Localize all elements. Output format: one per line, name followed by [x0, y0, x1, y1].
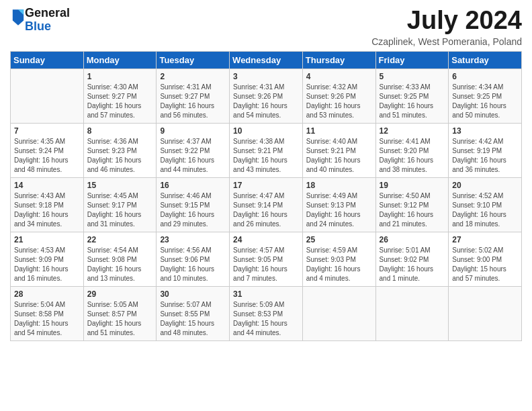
calendar-header-row: SundayMondayTuesdayWednesdayThursdayFrid… — [11, 51, 522, 68]
day-number: 29 — [87, 289, 153, 299]
day-number: 2 — [160, 72, 226, 81]
page-header: General Blue July 2024 Czaplinek, West P… — [10, 7, 522, 47]
cell-content: Sunrise: 4:47 AM Sunset: 9:14 PM Dayligh… — [233, 191, 299, 229]
cell-content: Sunrise: 4:35 AM Sunset: 9:24 PM Dayligh… — [14, 137, 80, 175]
day-number: 30 — [160, 289, 226, 299]
day-number: 14 — [14, 181, 80, 190]
day-number: 24 — [233, 235, 299, 244]
cell-content: Sunrise: 4:53 AM Sunset: 9:09 PM Dayligh… — [14, 246, 80, 283]
cell-content: Sunrise: 4:33 AM Sunset: 9:25 PM Dayligh… — [380, 83, 445, 120]
day-number: 26 — [380, 235, 445, 244]
calendar-cell: 4Sunrise: 4:32 AM Sunset: 9:26 PM Daylig… — [302, 68, 375, 123]
cell-content: Sunrise: 4:50 AM Sunset: 9:12 PM Dayligh… — [380, 191, 445, 229]
calendar-cell: 20Sunrise: 4:52 AM Sunset: 9:10 PM Dayli… — [449, 177, 522, 232]
calendar-cell: 10Sunrise: 4:38 AM Sunset: 9:21 PM Dayli… — [230, 123, 303, 177]
day-number: 11 — [306, 126, 372, 136]
cell-content: Sunrise: 4:34 AM Sunset: 9:25 PM Dayligh… — [452, 83, 518, 120]
cell-content: Sunrise: 4:43 AM Sunset: 9:18 PM Dayligh… — [14, 191, 80, 229]
calendar-cell: 31Sunrise: 5:09 AM Sunset: 8:53 PM Dayli… — [230, 286, 303, 340]
cell-content: Sunrise: 5:09 AM Sunset: 8:53 PM Dayligh… — [233, 300, 299, 338]
calendar-week-row: 14Sunrise: 4:43 AM Sunset: 9:18 PM Dayli… — [11, 177, 522, 232]
day-number: 16 — [160, 181, 226, 190]
cell-content: Sunrise: 4:40 AM Sunset: 9:21 PM Dayligh… — [306, 137, 372, 175]
calendar-cell — [375, 286, 449, 340]
day-number: 1 — [87, 72, 153, 81]
day-number: 3 — [233, 72, 299, 81]
cell-content: Sunrise: 4:31 AM Sunset: 9:26 PM Dayligh… — [233, 83, 299, 120]
calendar-table: SundayMondayTuesdayWednesdayThursdayFrid… — [10, 51, 522, 341]
calendar-cell: 6Sunrise: 4:34 AM Sunset: 9:25 PM Daylig… — [449, 68, 522, 123]
day-header-wednesday: Wednesday — [230, 51, 303, 68]
cell-content: Sunrise: 4:30 AM Sunset: 9:27 PM Dayligh… — [87, 83, 153, 120]
location-title: Czaplinek, West Pomerania, Poland — [371, 36, 522, 47]
day-number: 6 — [452, 72, 518, 81]
logo-icon — [11, 8, 25, 27]
logo-text: General Blue — [25, 7, 70, 34]
calendar-cell: 8Sunrise: 4:36 AM Sunset: 9:23 PM Daylig… — [83, 123, 157, 177]
calendar-cell: 5Sunrise: 4:33 AM Sunset: 9:25 PM Daylig… — [375, 68, 449, 123]
month-title: July 2024 — [371, 7, 522, 35]
calendar-cell: 16Sunrise: 4:46 AM Sunset: 9:15 PM Dayli… — [157, 177, 230, 232]
day-number: 12 — [380, 126, 445, 136]
calendar-cell: 26Sunrise: 5:01 AM Sunset: 9:02 PM Dayli… — [375, 232, 449, 286]
day-number: 22 — [87, 235, 153, 244]
calendar-cell — [11, 68, 84, 123]
calendar-cell — [449, 286, 522, 340]
day-header-sunday: Sunday — [11, 51, 84, 68]
calendar-cell: 2Sunrise: 4:31 AM Sunset: 9:27 PM Daylig… — [157, 68, 230, 123]
cell-content: Sunrise: 5:05 AM Sunset: 8:57 PM Dayligh… — [87, 300, 153, 338]
calendar-cell: 3Sunrise: 4:31 AM Sunset: 9:26 PM Daylig… — [230, 68, 303, 123]
calendar-cell: 19Sunrise: 4:50 AM Sunset: 9:12 PM Dayli… — [375, 177, 449, 232]
cell-content: Sunrise: 4:57 AM Sunset: 9:05 PM Dayligh… — [233, 246, 299, 283]
title-area: July 2024 Czaplinek, West Pomerania, Pol… — [371, 7, 522, 47]
calendar-cell: 17Sunrise: 4:47 AM Sunset: 9:14 PM Dayli… — [230, 177, 303, 232]
calendar-cell: 1Sunrise: 4:30 AM Sunset: 9:27 PM Daylig… — [83, 68, 157, 123]
day-number: 9 — [160, 126, 226, 136]
calendar-week-row: 1Sunrise: 4:30 AM Sunset: 9:27 PM Daylig… — [11, 68, 522, 123]
cell-content: Sunrise: 4:52 AM Sunset: 9:10 PM Dayligh… — [452, 191, 518, 229]
calendar-cell: 9Sunrise: 4:37 AM Sunset: 9:22 PM Daylig… — [157, 123, 230, 177]
calendar-cell: 28Sunrise: 5:04 AM Sunset: 8:58 PM Dayli… — [11, 286, 84, 340]
cell-content: Sunrise: 4:36 AM Sunset: 9:23 PM Dayligh… — [87, 137, 153, 175]
cell-content: Sunrise: 4:37 AM Sunset: 9:22 PM Dayligh… — [160, 137, 226, 175]
logo: General Blue — [10, 7, 70, 34]
day-header-saturday: Saturday — [449, 51, 522, 68]
cell-content: Sunrise: 4:38 AM Sunset: 9:21 PM Dayligh… — [233, 137, 299, 175]
cell-content: Sunrise: 4:46 AM Sunset: 9:15 PM Dayligh… — [160, 191, 226, 229]
cell-content: Sunrise: 4:56 AM Sunset: 9:06 PM Dayligh… — [160, 246, 226, 283]
calendar-cell: 29Sunrise: 5:05 AM Sunset: 8:57 PM Dayli… — [83, 286, 157, 340]
cell-content: Sunrise: 4:42 AM Sunset: 9:19 PM Dayligh… — [452, 137, 518, 175]
calendar-cell: 21Sunrise: 4:53 AM Sunset: 9:09 PM Dayli… — [11, 232, 84, 286]
calendar-body: 1Sunrise: 4:30 AM Sunset: 9:27 PM Daylig… — [11, 68, 522, 340]
day-number: 27 — [452, 235, 518, 244]
day-header-tuesday: Tuesday — [157, 51, 230, 68]
calendar-cell: 25Sunrise: 4:59 AM Sunset: 9:03 PM Dayli… — [302, 232, 375, 286]
day-header-friday: Friday — [375, 51, 449, 68]
cell-content: Sunrise: 4:49 AM Sunset: 9:13 PM Dayligh… — [306, 191, 372, 229]
logo-general: General — [25, 6, 70, 19]
calendar-cell — [302, 286, 375, 340]
cell-content: Sunrise: 5:01 AM Sunset: 9:02 PM Dayligh… — [380, 246, 445, 283]
cell-content: Sunrise: 4:32 AM Sunset: 9:26 PM Dayligh… — [306, 83, 372, 120]
calendar-cell: 27Sunrise: 5:02 AM Sunset: 9:00 PM Dayli… — [449, 232, 522, 286]
day-number: 13 — [452, 126, 518, 136]
cell-content: Sunrise: 5:07 AM Sunset: 8:55 PM Dayligh… — [160, 300, 226, 338]
day-number: 21 — [14, 235, 80, 244]
calendar-cell: 13Sunrise: 4:42 AM Sunset: 9:19 PM Dayli… — [449, 123, 522, 177]
calendar-week-row: 21Sunrise: 4:53 AM Sunset: 9:09 PM Dayli… — [11, 232, 522, 286]
day-number: 4 — [306, 72, 372, 81]
calendar-cell: 18Sunrise: 4:49 AM Sunset: 9:13 PM Dayli… — [302, 177, 375, 232]
cell-content: Sunrise: 4:31 AM Sunset: 9:27 PM Dayligh… — [160, 83, 226, 120]
day-number: 7 — [14, 126, 80, 136]
cell-content: Sunrise: 5:04 AM Sunset: 8:58 PM Dayligh… — [14, 300, 80, 338]
cell-content: Sunrise: 4:41 AM Sunset: 9:20 PM Dayligh… — [380, 137, 445, 175]
cell-content: Sunrise: 4:54 AM Sunset: 9:08 PM Dayligh… — [87, 246, 153, 283]
day-header-monday: Monday — [83, 51, 157, 68]
logo-blue: Blue — [25, 19, 51, 33]
calendar-cell: 14Sunrise: 4:43 AM Sunset: 9:18 PM Dayli… — [11, 177, 84, 232]
day-number: 15 — [87, 181, 153, 190]
day-number: 31 — [233, 289, 299, 299]
day-number: 8 — [87, 126, 153, 136]
day-number: 17 — [233, 181, 299, 190]
day-number: 28 — [14, 289, 80, 299]
